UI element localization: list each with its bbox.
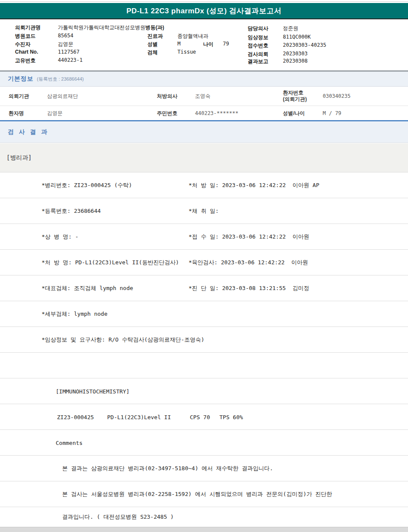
result-row-comment-2: 본 검사는 서울성모병원 병리과(02-2258-1592) 에서 시행되었으며… bbox=[0, 481, 408, 507]
result-row-ihc-values: ZI23-000425 PD-L1(22C3)Level II CPS 70 T… bbox=[0, 404, 408, 430]
registration-number: (등록번호 : 23686644) bbox=[37, 76, 84, 82]
referral-org-label: 의뢰기관 bbox=[9, 93, 29, 100]
result-row-order-name: *처 방 명: PD-L1(22C3)Level II(동반진단검사) *육안검… bbox=[0, 250, 408, 275]
pathology-number: *병리번호: ZI23-000425 (수탁) bbox=[42, 181, 132, 189]
result-row-disease-name: *상 병 명: - *접 수 일: 2023-03-06 12:42:22 이아… bbox=[0, 224, 408, 250]
report-title: PD-L1 22C3 pharmDx (성모) 검사결과보고서 bbox=[126, 6, 282, 16]
collection-date: *채 취 일: bbox=[189, 207, 219, 215]
accession-value: 20230303-40235 bbox=[283, 42, 326, 48]
result-row-registration-number: *등록번호: 23686644 *채 취 일: bbox=[0, 198, 408, 224]
detail-specimen: *세부검체: lymph node bbox=[42, 310, 108, 318]
ihc-case-number: ZI23-000425 bbox=[57, 414, 94, 420]
results-title: 검 사 결 과 bbox=[8, 128, 49, 136]
org-value-text: 가톨릭학원가톨릭대학교대전성모병원 bbox=[58, 24, 145, 30]
comment-line-3: 결과입니다. ( 대전성모병원 S23-2485 ) bbox=[62, 513, 174, 521]
unique-no-value: 440223-1 bbox=[58, 57, 83, 63]
result-row-ihc-header: [IMMUNOHISTOCHEMISTRY] bbox=[0, 378, 408, 404]
patient-label: 수진자 bbox=[15, 41, 30, 48]
comment-line-1: 본 결과는 삼광의료재단 병리과(02-3497-5180~4) 에서 재수탁한… bbox=[62, 465, 273, 472]
org-value: 가톨릭학원가톨릭대학교대전성모병원병동(과) bbox=[58, 24, 164, 31]
comment-line-2: 본 검사는 서울성모병원 병리과(02-2258-1592) 에서 시행되었으며… bbox=[62, 490, 332, 498]
result-row-comment-1: 본 결과는 삼광의료재단 병리과(02-3497-5180~4) 에서 재수탁한… bbox=[0, 456, 408, 481]
disease-name: *상 병 명: - bbox=[42, 233, 78, 241]
result-row-comment-3: 결과입니다. ( 대전성모병원 S23-2485 ) bbox=[0, 507, 408, 527]
basic-info-section-header: 기본정보 (등록번호 : 23686644) bbox=[0, 70, 408, 87]
dept-label: 진료과 bbox=[147, 33, 163, 40]
sex-label: 성별 bbox=[147, 41, 158, 48]
request-date-value: 20230303 bbox=[283, 51, 308, 57]
patient-value: 김영문 bbox=[58, 41, 73, 48]
registration-number-value: *등록번호: 23686644 bbox=[42, 207, 101, 215]
clinical-info-label: 임상정보 bbox=[248, 34, 268, 41]
top-divider bbox=[0, 1, 408, 2]
report-title-bar: PD-L1 22C3 pharmDx (성모) 검사결과보고서 bbox=[0, 3, 408, 19]
age-value: 79 bbox=[223, 41, 229, 47]
representative-specimen: *대표검체: 조직검체 lymph node bbox=[42, 284, 133, 292]
report-header-info: 의뢰기관명 가톨릭학원가톨릭대학교대전성모병원병동(과) 병원코드 85654 … bbox=[0, 20, 408, 69]
report-date-value: 20230308 bbox=[283, 58, 308, 64]
ward-label: 병동(과) bbox=[145, 24, 164, 30]
comments-label: Comments bbox=[56, 439, 83, 446]
patient-name-value: 김영문 bbox=[47, 109, 63, 117]
patient-number-value: 030340235 bbox=[323, 93, 351, 99]
specimen-label: 검체 bbox=[147, 49, 158, 56]
clinical-request: *임상정보 및 요구사항: R/O 수탁검사(삼광의료재단-조영숙) bbox=[42, 336, 204, 344]
patient-number-label: 환자번호(의뢰기관) bbox=[283, 90, 307, 103]
hospital-code-value: 85654 bbox=[58, 33, 73, 39]
dept-value: 종양혈액내과 bbox=[177, 33, 208, 40]
footer-strip bbox=[0, 527, 408, 532]
pathology-dept-row: [병리과] bbox=[0, 143, 408, 172]
report-page: PD-L1 22C3 pharmDx (성모) 검사결과보고서 의뢰기관명 가톨… bbox=[0, 0, 408, 532]
resident-id-value: 440223-******* bbox=[195, 110, 238, 116]
ihc-cps-score: CPS 70 bbox=[190, 414, 210, 420]
result-rows: *병리번호: ZI23-000425 (수탁) *처 방 일: 2023-03-… bbox=[0, 172, 408, 527]
prescription-date: *처 방 일: 2023-03-06 12:42:22 이아원 AP bbox=[189, 181, 319, 189]
results-section-header: 검 사 결 과 bbox=[0, 122, 408, 143]
diagnosis-date: *진 단 일: 2023-03-08 13:21:55 김미정 bbox=[189, 284, 309, 292]
sex-age-value: M / 79 bbox=[323, 110, 341, 116]
patient-number-label-line1: 환자번호 bbox=[283, 90, 303, 96]
hospital-code-label: 병원코드 bbox=[15, 33, 36, 40]
prescribing-doctor-label: 처방의사 bbox=[157, 93, 177, 100]
chart-no-value: 1127567 bbox=[58, 49, 80, 55]
patient-name-label: 환자명 bbox=[9, 109, 24, 117]
org-label: 의뢰기관명 bbox=[15, 24, 41, 31]
table-row: 환자명 김영문 주민번호 440223-******* 성별/나이 M / 79 bbox=[0, 106, 408, 120]
sex-age-label: 성별/나이 bbox=[283, 109, 305, 117]
unique-no-label: 고유번호 bbox=[15, 57, 36, 64]
doctor-value: 정준원 bbox=[283, 25, 298, 32]
doctor-label: 담당의사 bbox=[248, 25, 268, 32]
result-row-comments-label: Comments bbox=[0, 430, 408, 456]
result-row-representative-specimen: *대표검체: 조직검체 lymph node *진 단 일: 2023-03-0… bbox=[0, 275, 408, 301]
patient-number-label-line2: (의뢰기관) bbox=[283, 96, 307, 102]
result-row-pathology-number: *병리번호: ZI23-000425 (수탁) *처 방 일: 2023-03-… bbox=[0, 172, 408, 198]
report-date-label: 결과보고 bbox=[248, 58, 268, 65]
referral-org-value: 삼광의료재단 bbox=[47, 93, 78, 100]
result-row-clinical-request: *임상정보 및 요구사항: R/O 수탁검사(삼광의료재단-조영숙) bbox=[0, 327, 408, 353]
clinical-info-value: 811QC000K bbox=[283, 34, 311, 40]
request-date-label: 검사의뢰 bbox=[248, 51, 268, 58]
result-row-detail-specimen: *세부검체: lymph node bbox=[0, 301, 408, 327]
age-label: 나이 bbox=[203, 41, 213, 48]
sex-value: M bbox=[177, 41, 180, 47]
prescribing-doctor-value: 조영숙 bbox=[195, 93, 210, 100]
specimen-value: Tissue bbox=[177, 49, 196, 55]
basic-info-table: 의뢰기관 삼광의료재단 처방의사 조영숙 환자번호(의뢰기관) 03034023… bbox=[0, 87, 408, 121]
accession-label: 접수번호 bbox=[248, 42, 268, 49]
basic-info-title: 기본정보 bbox=[8, 75, 33, 83]
ihc-section-header: [IMMUNOHISTOCHEMISTRY] bbox=[56, 388, 129, 394]
gross-exam-date: *육안검사: 2023-03-06 12:42:22 이아원 bbox=[189, 259, 308, 266]
ihc-test-name: PD-L1(22C3)Level II bbox=[107, 414, 171, 420]
table-row: 의뢰기관 삼광의료재단 처방의사 조영숙 환자번호(의뢰기관) 03034023… bbox=[0, 87, 408, 106]
receipt-date: *접 수 일: 2023-03-06 12:42:22 이아원 bbox=[189, 233, 309, 241]
chart-no-label: Chart No. bbox=[15, 49, 38, 55]
order-name: *처 방 명: PD-L1(22C3)Level II(동반진단검사) bbox=[42, 259, 179, 266]
result-row-empty bbox=[0, 353, 408, 378]
resident-id-label: 주민번호 bbox=[157, 109, 177, 117]
ihc-tps-score: TPS 60% bbox=[219, 414, 243, 420]
pathology-dept-tag: [병리과] bbox=[6, 154, 32, 162]
